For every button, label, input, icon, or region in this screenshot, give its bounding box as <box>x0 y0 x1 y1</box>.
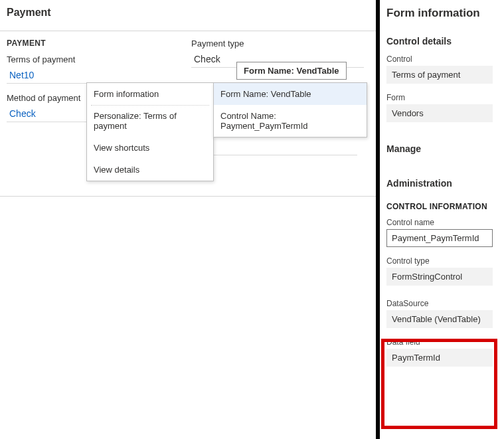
form-name-tooltip: Form Name: VendTable <box>236 62 347 80</box>
control-name-label: Control name <box>386 218 496 227</box>
context-item-view-shortcuts[interactable]: View shortcuts <box>87 137 213 159</box>
submenu-item-control-name[interactable]: Control Name: Payment_PaymTermId <box>214 105 367 137</box>
control-label: Control <box>386 54 496 64</box>
payment-schedule-value[interactable] <box>191 142 357 155</box>
manage-heading: Manage <box>386 143 496 154</box>
divider <box>0 31 376 31</box>
page-title: Payment <box>0 7 376 27</box>
control-name-value[interactable]: Payment_PaymTermId <box>386 229 493 247</box>
control-type-value[interactable]: FormStringControl <box>386 268 493 286</box>
control-details-heading: Control details <box>386 36 496 46</box>
datafield-value[interactable]: PaymTermId <box>386 349 493 367</box>
payment-type-label: Payment type <box>191 39 371 48</box>
datasource-value[interactable]: VendTable (VendTable) <box>386 310 493 328</box>
datasource-label: DataSource <box>386 299 496 308</box>
context-item-form-information[interactable]: Form information <box>87 83 213 105</box>
datasource-group: DataSource VendTable (VendTable) Data fi… <box>386 295 496 367</box>
administration-heading: Administration <box>386 178 496 189</box>
form-value[interactable]: Vendors <box>386 104 493 122</box>
datafield-label: Data field <box>386 337 496 347</box>
control-value[interactable]: Terms of payment <box>386 66 493 84</box>
context-item-view-details[interactable]: View details <box>87 159 213 181</box>
divider <box>0 196 376 197</box>
control-information-subhead: CONTROL INFORMATION <box>386 202 496 211</box>
tooltip-text: Form Name: VendTable <box>244 66 339 76</box>
control-type-label: Control type <box>386 256 496 266</box>
context-menu: Form information Personalize: Terms of p… <box>86 82 214 181</box>
form-info-submenu: Form Name: VendTable Control Name: Payme… <box>213 82 367 137</box>
form-information-panel: Form information Control details Control… <box>380 0 504 439</box>
terms-of-payment-value[interactable]: Net10 <box>7 67 166 84</box>
terms-of-payment-label: Terms of payment <box>7 54 173 64</box>
submenu-item-form-name[interactable]: Form Name: VendTable <box>214 83 367 105</box>
side-panel-title: Form information <box>386 7 496 20</box>
context-item-personalize[interactable]: Personalize: Terms of payment <box>87 105 213 137</box>
form-label: Form <box>386 93 496 102</box>
section-header-payment: PAYMENT <box>7 39 173 48</box>
